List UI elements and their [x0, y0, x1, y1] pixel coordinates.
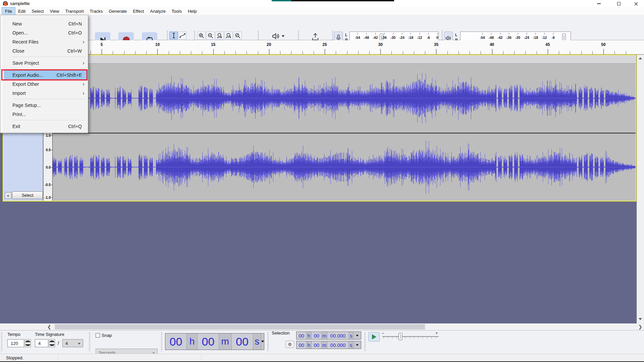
menu-select[interactable]: Select	[29, 7, 47, 15]
scroll-left-arrow[interactable]: ❮	[47, 324, 51, 329]
meter-scale-value: 0	[433, 36, 441, 40]
sel-minutes[interactable]: 00	[312, 341, 322, 349]
position-seconds[interactable]: 00	[232, 334, 253, 350]
time-toolbar-grip[interactable]	[1, 333, 2, 351]
file-menu-item-print[interactable]: Print...	[4, 110, 87, 119]
selection-settings-button[interactable]: ⚙	[285, 341, 294, 348]
meter-tick	[375, 33, 376, 35]
menu-file[interactable]: File	[2, 7, 15, 15]
selection-start-field[interactable]: 00h00m00.000s	[296, 331, 361, 340]
slider-tick	[414, 337, 414, 339]
time-display-grip[interactable]	[161, 333, 162, 351]
tempo-spinner[interactable]	[25, 339, 31, 347]
scale-tick	[51, 185, 52, 185]
selection-end-field[interactable]: 00h00m00.000s	[296, 341, 361, 349]
time-signature-spinner[interactable]	[49, 339, 55, 347]
waveform-channel-left[interactable]	[53, 64, 636, 133]
zoom-out-button[interactable]	[206, 32, 215, 40]
menu-separator	[12, 67, 86, 70]
meter-tick	[384, 33, 384, 35]
menu-help[interactable]: Help	[185, 7, 200, 15]
envelope-tool-button[interactable]	[178, 32, 186, 40]
audio-position-display[interactable]: 00 h 00 m 00 s	[165, 333, 264, 350]
selection-tool-button[interactable]	[169, 32, 178, 40]
zoom-in-button[interactable]	[197, 32, 206, 40]
sel-format-dropdown[interactable]	[354, 341, 361, 349]
timeline-label: 30	[375, 42, 385, 47]
position-hours[interactable]: 00	[165, 334, 187, 350]
sel-seconds[interactable]: 00.000	[327, 341, 349, 349]
menu-item-label: Save Project	[12, 60, 83, 66]
position-minutes[interactable]: 00	[198, 334, 219, 350]
menu-item-shortcut: Ctrl+Shift+E	[57, 72, 82, 78]
horizontal-scrollbar-thumb[interactable]	[55, 324, 425, 329]
file-menu-item-new[interactable]: NewCtrl+N	[4, 19, 87, 28]
timeline-tick	[425, 51, 425, 54]
fit-project-button[interactable]	[224, 32, 233, 40]
file-menu-item-import[interactable]: Import›	[4, 88, 87, 98]
waveform-channel-right[interactable]	[53, 133, 636, 201]
clip-header-bar[interactable]	[53, 55, 636, 64]
sel-hours[interactable]: 00	[297, 332, 307, 339]
file-menu-item-page-setup[interactable]: Page Setup...	[4, 101, 87, 110]
timeline-tick	[537, 51, 537, 54]
timeline-ruler[interactable]: 5101520253035404550	[0, 40, 644, 55]
scroll-down-arrow[interactable]	[639, 318, 642, 320]
snap-checkbox[interactable]	[96, 333, 100, 338]
fit-selection-button[interactable]	[215, 32, 224, 40]
time-signature-upper-input[interactable]	[35, 339, 48, 347]
sel-format-dropdown[interactable]	[354, 332, 361, 339]
file-menu-item-export-audio[interactable]: Export Audio...Ctrl+Shift+E	[4, 70, 87, 79]
play-at-speed-button[interactable]	[368, 332, 380, 342]
scroll-right-arrow[interactable]: ❯	[638, 324, 642, 329]
meter-tick	[518, 33, 518, 35]
meter-tick	[491, 33, 491, 35]
file-menu-item-recent-files[interactable]: Recent Files›	[4, 37, 87, 46]
title-bar: samplefile	[0, 0, 644, 7]
play-speed-slider-track[interactable]	[382, 336, 439, 337]
slider-tick	[431, 337, 432, 339]
file-menu-item-export-other[interactable]: Export Other›	[4, 79, 87, 88]
file-menu-item-exit[interactable]: ExitCtrl+Q	[4, 122, 87, 131]
timeline-tick	[603, 49, 604, 54]
file-menu-item-open[interactable]: Open...Ctrl+O	[4, 28, 87, 37]
play-speed-slider-thumb[interactable]	[398, 333, 402, 340]
menu-tools[interactable]: Tools	[169, 7, 185, 15]
meter-tick	[402, 33, 402, 35]
slider-tick	[436, 337, 436, 339]
menu-item-label: Print...	[12, 112, 87, 117]
menu-edit[interactable]: Edit	[15, 7, 29, 15]
fit-selection-icon	[217, 33, 222, 39]
vertical-scrollbar[interactable]	[637, 55, 644, 323]
position-format-dropdown[interactable]	[261, 334, 264, 350]
timeline-tick	[459, 51, 459, 54]
tempo-input[interactable]	[7, 339, 24, 347]
play-speed-grip[interactable]	[364, 333, 366, 351]
collapse-track-button[interactable]: ▲	[5, 192, 11, 199]
status-divider	[201, 355, 202, 361]
time-signature-lower-dropdown[interactable]: 4	[62, 339, 83, 347]
minimize-button[interactable]	[591, 0, 607, 7]
file-menu-item-save-project[interactable]: Save Project›	[4, 58, 87, 67]
menu-effect[interactable]: Effect	[130, 7, 147, 15]
menu-item-label: Import	[12, 90, 83, 96]
menu-view[interactable]: View	[47, 7, 62, 15]
scroll-up-arrow[interactable]	[639, 57, 642, 59]
sel-seconds[interactable]: 00.000	[327, 332, 349, 339]
snap-toolbar-grip[interactable]	[89, 333, 90, 351]
timeline-tick	[169, 51, 169, 54]
sel-minutes[interactable]: 00	[312, 332, 322, 339]
menu-transport[interactable]: Transport	[62, 7, 87, 15]
selection-toolbar-grip[interactable]	[267, 333, 269, 351]
maximize-button[interactable]	[611, 0, 627, 7]
sel-hours[interactable]: 00	[297, 341, 307, 349]
track-select-button[interactable]: Select	[12, 191, 43, 199]
zoom-toggle-button[interactable]	[233, 32, 242, 40]
chevron-down-icon	[282, 35, 284, 37]
menu-generate[interactable]: Generate	[106, 7, 130, 15]
menu-analyze[interactable]: Analyze	[147, 7, 168, 15]
timeline-tick	[614, 51, 615, 54]
file-menu-item-close[interactable]: CloseCtrl+W	[4, 46, 87, 55]
menu-tracks[interactable]: Tracks	[87, 7, 106, 15]
close-button[interactable]	[628, 0, 644, 7]
